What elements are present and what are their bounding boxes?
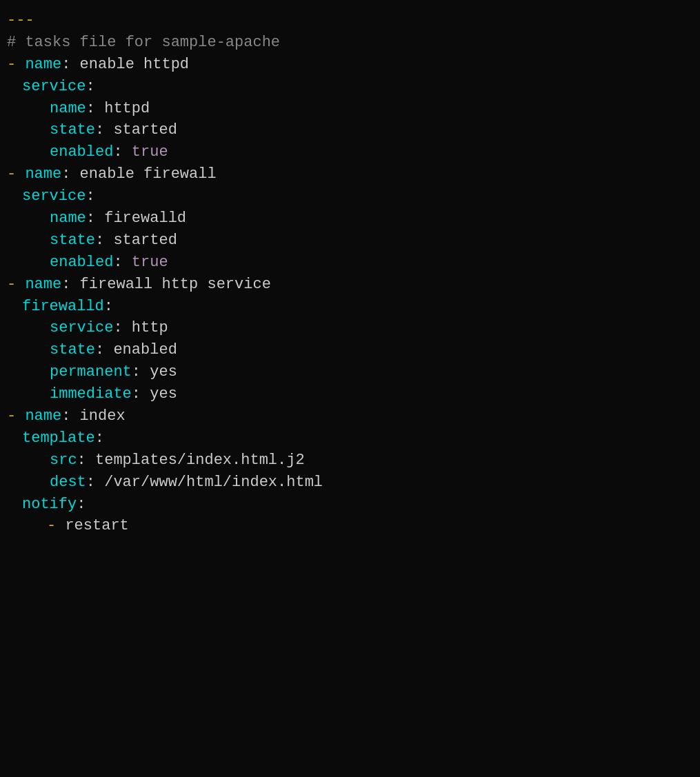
block3-module-colon: : bbox=[104, 296, 113, 318]
block1-dash: - bbox=[7, 54, 25, 76]
block2-field2-value: started bbox=[104, 230, 177, 252]
block4-dash: - bbox=[7, 405, 25, 427]
code-editor: --- # tasks file for sample-apache - nam… bbox=[0, 7, 700, 540]
block4-notify-colon: : bbox=[77, 494, 86, 516]
block2-field1-key: name bbox=[50, 208, 86, 230]
block1-field2-key: state bbox=[50, 119, 95, 141]
block3-field1-value: http bbox=[123, 317, 168, 339]
block4-field2: dest: /var/www/html/index.html bbox=[0, 472, 700, 494]
block2-field2-colon: : bbox=[95, 230, 104, 252]
block2-dash: - bbox=[7, 163, 25, 185]
block1-module-line: service: bbox=[0, 76, 700, 98]
block2-field2-key: state bbox=[50, 230, 95, 252]
block3-field2-key: state bbox=[50, 339, 95, 361]
block1-module-colon: : bbox=[86, 76, 94, 98]
block4-notify-key: notify bbox=[22, 494, 77, 516]
block4-module-colon: : bbox=[95, 427, 104, 450]
block1-field3: enabled: true bbox=[0, 141, 700, 163]
block3-field2-colon: : bbox=[95, 339, 104, 361]
block1-field1-key: name bbox=[50, 98, 86, 120]
block4-name-colon: : bbox=[61, 405, 70, 427]
block3-name-line: - name: firewall http service bbox=[0, 274, 700, 296]
block1-field2-colon: : bbox=[95, 119, 104, 141]
block1-name-colon: : bbox=[61, 54, 70, 76]
block2-module-colon: : bbox=[86, 185, 94, 208]
block2-module: service bbox=[22, 185, 86, 208]
block4-name-value: index bbox=[70, 405, 125, 427]
block3-field3-value: yes bbox=[141, 361, 177, 383]
block1-field3-key: enabled bbox=[50, 141, 113, 163]
block3-field1: service: http bbox=[0, 317, 700, 339]
block1-field1-colon: : bbox=[86, 98, 95, 120]
block1-name-value: enable httpd bbox=[70, 54, 189, 76]
block3-name-value: firewall http service bbox=[70, 274, 270, 296]
block1-field3-colon: : bbox=[113, 141, 122, 163]
block4-notify-item1: - restart bbox=[0, 515, 700, 537]
block2-field3-key: enabled bbox=[50, 252, 113, 274]
block2-field2: state: started bbox=[0, 230, 700, 252]
block3-field4-value: yes bbox=[141, 383, 177, 405]
block2-name-key: name bbox=[25, 163, 61, 185]
block2-field1-value: firewalld bbox=[95, 208, 186, 230]
block1-field2: state: started bbox=[0, 119, 700, 141]
block3-field3: permanent: yes bbox=[0, 361, 700, 383]
block4-notify-dash: - bbox=[47, 515, 65, 537]
block4-notify-line: notify: bbox=[0, 494, 700, 516]
block3-field1-key: service bbox=[50, 317, 113, 339]
block3-field4-key: immediate bbox=[50, 383, 132, 405]
comment-text: # tasks file for sample-apache bbox=[7, 32, 280, 54]
block2-field1-colon: : bbox=[86, 208, 95, 230]
separator-text: --- bbox=[7, 10, 34, 32]
block1-module: service bbox=[22, 76, 86, 98]
block2-field1: name: firewalld bbox=[0, 208, 700, 230]
block3-field4-colon: : bbox=[132, 383, 141, 405]
block1-field1-value: httpd bbox=[95, 98, 150, 120]
block1-name-key: name bbox=[25, 54, 61, 76]
block2-name-line: - name: enable firewall bbox=[0, 163, 700, 185]
block4-field1: src: templates/index.html.j2 bbox=[0, 450, 700, 472]
block4-field2-key: dest bbox=[50, 472, 86, 494]
block2-name-value: enable firewall bbox=[70, 163, 216, 185]
block4-notify-value: restart bbox=[65, 515, 128, 537]
block2-field3-value: true bbox=[123, 252, 168, 274]
block3-name-colon: : bbox=[61, 274, 70, 296]
block3-field3-key: permanent bbox=[50, 361, 132, 383]
block3-field3-colon: : bbox=[132, 361, 141, 383]
block2-module-line: service: bbox=[0, 185, 700, 208]
block3-field4: immediate: yes bbox=[0, 383, 700, 405]
block4-module-line: template: bbox=[0, 427, 700, 450]
block4-name-key: name bbox=[25, 405, 61, 427]
comment-line: # tasks file for sample-apache bbox=[0, 32, 700, 54]
block3-field2: state: enabled bbox=[0, 339, 700, 361]
block1-field3-value: true bbox=[123, 141, 168, 163]
block3-dash: - bbox=[7, 274, 25, 296]
block4-field1-key: src bbox=[50, 450, 77, 472]
block2-field3: enabled: true bbox=[0, 252, 700, 274]
block2-name-colon: : bbox=[61, 163, 70, 185]
separator-line: --- bbox=[0, 10, 700, 32]
block3-module-line: firewalld: bbox=[0, 296, 700, 318]
block4-name-line: - name: index bbox=[0, 405, 700, 427]
block4-field2-value: /var/www/html/index.html bbox=[95, 472, 323, 494]
block3-field2-value: enabled bbox=[104, 339, 177, 361]
block3-module: firewalld bbox=[22, 296, 104, 318]
block3-field1-colon: : bbox=[113, 317, 122, 339]
block4-field1-value: templates/index.html.j2 bbox=[86, 450, 305, 472]
block4-field2-colon: : bbox=[86, 472, 95, 494]
block1-field2-value: started bbox=[104, 119, 177, 141]
block1-field1: name: httpd bbox=[0, 98, 700, 120]
block4-field1-colon: : bbox=[77, 450, 86, 472]
block2-field3-colon: : bbox=[113, 252, 122, 274]
block3-name-key: name bbox=[25, 274, 61, 296]
block1-name-line: - name: enable httpd bbox=[0, 54, 700, 76]
block4-module: template bbox=[22, 427, 95, 450]
